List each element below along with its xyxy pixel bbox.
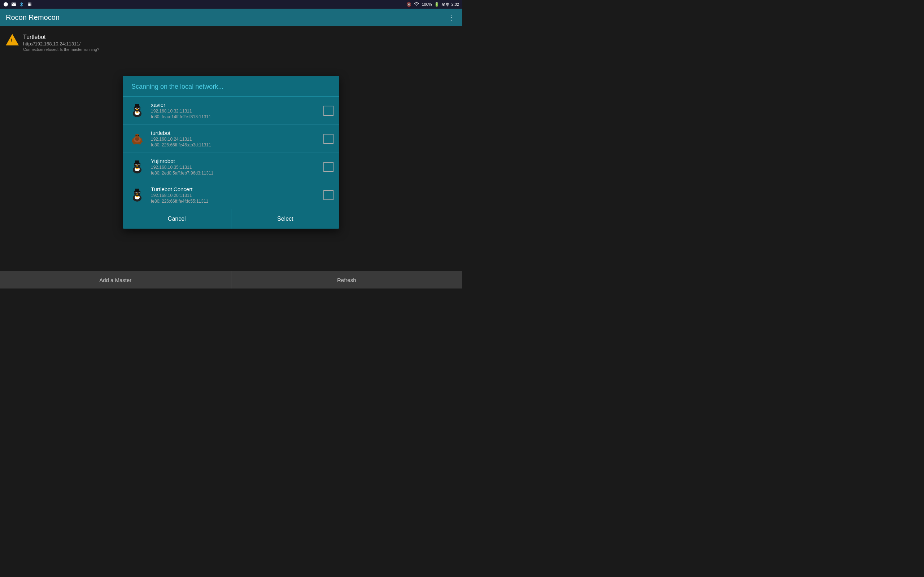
svg-point-16 (136, 135, 137, 136)
robot-ip: 192.168.10.20:11311 (151, 193, 318, 198)
robot-ipv6: fe80::feaa:14ff:fe2e:f813:11311 (151, 114, 318, 119)
wifi-icon (414, 2, 419, 7)
add-master-button[interactable]: Add a Master (0, 271, 231, 288)
battery-icon: 🔋 (434, 2, 439, 7)
robot-ip: 192.168.10.32:11311 (151, 108, 318, 114)
svg-point-17 (138, 135, 139, 136)
list-item[interactable]: Yujinrobot 192.168.10.35:11311 fe80::2ed… (123, 153, 339, 181)
robot-ipv6: fe80::226:66ff:fe46:ab3d:11311 (151, 142, 318, 148)
main-content: Turtlebot http://192.168.10.24:11311/ Co… (0, 26, 462, 271)
robot-checkbox[interactable] (323, 134, 333, 144)
robot-list: xavier 192.168.10.32:11311 fe80::feaa:14… (123, 97, 339, 209)
robot-ip: 192.168.10.24:11311 (151, 137, 318, 142)
silent-icon: 🔇 (406, 2, 412, 7)
mail-icon (11, 2, 16, 7)
avatar (129, 102, 146, 119)
robot-info: Turtlebot Concert 192.168.10.20:11311 fe… (151, 186, 318, 204)
robot-info: Yujinrobot 192.168.10.35:11311 fe80::2ed… (151, 158, 318, 176)
svg-point-15 (135, 134, 139, 138)
svg-rect-41 (134, 191, 141, 192)
robot-ipv6: fe80::2ed0:5aff:feb7:96d3:11311 (151, 171, 318, 176)
svg-point-20 (133, 142, 136, 144)
cancel-button[interactable]: Cancel (123, 209, 231, 229)
robot-ipv6: fe80::226:66ff:fe4f:fc55:11311 (151, 199, 318, 204)
robot-name: Turtlebot Concert (151, 186, 318, 192)
svg-point-21 (138, 142, 141, 144)
svg-rect-40 (135, 189, 139, 192)
status-right-icons: 🔇 100% 🔋 오후 2:02 (406, 2, 459, 7)
robot-ip: 192.168.10.35:11311 (151, 165, 318, 170)
status-bar: 🔇 100% 🔋 오후 2:02 (0, 0, 462, 9)
refresh-button[interactable]: Refresh (231, 271, 462, 288)
svg-point-18 (132, 141, 135, 142)
svg-point-10 (136, 109, 138, 110)
robot-checkbox[interactable] (323, 106, 333, 116)
svg-rect-30 (134, 163, 141, 164)
overflow-menu-button[interactable]: ⋮ (446, 11, 456, 23)
dialog: Scanning on the local network... (123, 76, 339, 229)
app-bar: Rocon Remocon ⋮ (0, 9, 462, 26)
svg-rect-29 (135, 161, 139, 163)
bottom-bar: Add a Master Refresh (0, 271, 462, 288)
robot-name: Yujinrobot (151, 158, 318, 164)
list-item[interactable]: Turtlebot Concert 192.168.10.20:11311 fe… (123, 181, 339, 209)
avatar (129, 187, 146, 204)
robot-checkbox[interactable] (323, 190, 333, 200)
android-icon (3, 2, 9, 7)
grid-icon (27, 2, 32, 7)
robot-checkbox[interactable] (323, 162, 333, 172)
svg-point-31 (136, 165, 138, 166)
dialog-title: Scanning on the local network... (123, 76, 339, 97)
list-item[interactable]: xavier 192.168.10.32:11311 fe80::feaa:14… (123, 97, 339, 125)
svg-point-19 (140, 141, 142, 142)
svg-point-42 (136, 193, 138, 194)
avatar (129, 158, 146, 176)
svg-rect-8 (135, 104, 139, 107)
battery-text: 100% (422, 2, 432, 6)
robot-info: turtlebot 192.168.10.24:11311 fe80::226:… (151, 130, 318, 148)
list-item[interactable]: turtlebot 192.168.10.24:11311 fe80::226:… (123, 125, 339, 153)
robot-info: xavier 192.168.10.32:11311 fe80::feaa:14… (151, 102, 318, 119)
avatar (129, 130, 146, 148)
period-text: 오후 (441, 2, 449, 7)
robot-name: turtlebot (151, 130, 318, 136)
select-button[interactable]: Select (231, 209, 340, 229)
dialog-buttons: Cancel Select (123, 209, 339, 229)
app-title: Rocon Remocon (6, 13, 60, 22)
status-left-icons (3, 2, 32, 7)
dialog-overlay: Scanning on the local network... (0, 26, 462, 271)
time-text: 2:02 (452, 2, 459, 6)
bluetooth-icon (19, 2, 24, 7)
robot-name: xavier (151, 102, 318, 108)
svg-rect-9 (134, 107, 141, 108)
